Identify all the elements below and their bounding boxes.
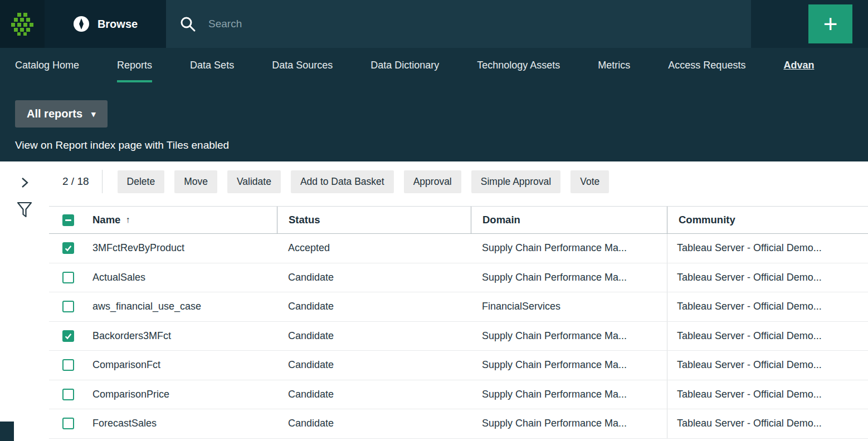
search-input[interactable] xyxy=(208,18,751,30)
row-community: Tableau Server - Official Demo... xyxy=(667,409,868,438)
row-checkbox-cell xyxy=(49,351,85,380)
filter-icon[interactable] xyxy=(17,202,32,219)
all-reports-dropdown[interactable]: All reports ▾ xyxy=(15,100,108,128)
column-header-community[interactable]: Community xyxy=(667,207,868,233)
nav-tab-label: Reports xyxy=(117,60,152,71)
row-domain: Supply Chain Performance Ma... xyxy=(471,263,667,292)
row-domain: Supply Chain Performance Ma... xyxy=(471,322,667,351)
main-area: 2 / 18 DeleteMoveValidateAdd to Data Bas… xyxy=(0,161,868,441)
add-asset-button[interactable]: + xyxy=(808,4,852,43)
view-description: View on Report index page with Tiles ena… xyxy=(15,139,868,151)
nav-tab-label: Data Dictionary xyxy=(370,60,439,71)
table-row[interactable]: ActualSales Candidate Supply Chain Perfo… xyxy=(49,263,868,293)
row-domain: Supply Chain Performance Ma... xyxy=(471,234,667,263)
table-row[interactable]: aws_financial_use_case Candidate Financi… xyxy=(49,292,868,322)
simple-approval-button[interactable]: Simple Approval xyxy=(471,170,560,193)
toolbar-divider xyxy=(102,170,103,193)
app-logo[interactable] xyxy=(0,0,45,48)
row-community: Tableau Server - Official Demo... xyxy=(667,351,868,380)
table-row[interactable]: ComparisonPrice Candidate Supply Chain P… xyxy=(49,380,868,410)
left-sidebar xyxy=(0,161,49,441)
nav-tab-data-dictionary[interactable]: Data Dictionary xyxy=(352,48,458,82)
row-name[interactable]: ComparisonPrice xyxy=(85,380,277,409)
row-checkbox[interactable] xyxy=(62,330,74,342)
row-checkbox-cell xyxy=(49,380,85,409)
nav-tab-catalog-home[interactable]: Catalog Home xyxy=(15,48,98,82)
move-button[interactable]: Move xyxy=(174,170,217,193)
toolbar-buttons: DeleteMoveValidateAdd to Data BasketAppr… xyxy=(118,170,620,193)
nav-tab-data-sets[interactable]: Data Sets xyxy=(171,48,253,82)
row-status: Candidate xyxy=(277,380,471,409)
select-all-checkbox[interactable] xyxy=(62,214,74,226)
delete-button[interactable]: Delete xyxy=(118,170,165,193)
table-row[interactable]: ComparisonFct Candidate Supply Chain Per… xyxy=(49,351,868,380)
row-domain: Supply Chain Performance Ma... xyxy=(471,380,667,409)
row-domain: FinancialServices xyxy=(471,292,667,321)
row-checkbox[interactable] xyxy=(62,272,74,283)
row-domain: Supply Chain Performance Ma... xyxy=(471,409,667,438)
nav-tab-reports[interactable]: Reports xyxy=(98,48,171,82)
table-row[interactable]: ForecastSales Candidate Supply Chain Per… xyxy=(49,409,868,439)
row-name[interactable]: ForecastSales xyxy=(85,409,277,438)
expand-panel-chevron-icon[interactable] xyxy=(18,176,31,189)
nav-tabs: Catalog Home Reports Data Sets Data Sour… xyxy=(0,48,868,82)
scope-label: All reports xyxy=(27,107,82,120)
nav-tab-label: Advan xyxy=(783,60,814,71)
row-status: Candidate xyxy=(277,263,471,292)
row-checkbox[interactable] xyxy=(62,418,74,429)
row-checkbox-cell xyxy=(49,322,85,351)
column-header-name[interactable]: Name ↑ xyxy=(85,207,277,233)
nav-tab-label: Access Requests xyxy=(668,60,745,71)
column-header-status[interactable]: Status xyxy=(277,207,471,233)
header-checkbox-cell xyxy=(49,207,85,233)
row-status: Candidate xyxy=(277,409,471,438)
nav-tab-label: Catalog Home xyxy=(15,60,79,71)
nav-tab-label: Data Sets xyxy=(190,60,234,71)
row-checkbox-cell xyxy=(49,234,85,263)
nav-tab-advan[interactable]: Advan xyxy=(764,48,833,82)
row-domain: Supply Chain Performance Ma... xyxy=(471,351,667,380)
add-to-data-basket-button[interactable]: Add to Data Basket xyxy=(291,170,394,193)
nav-tab-label: Metrics xyxy=(598,60,630,71)
row-status: Candidate xyxy=(277,351,471,380)
row-name[interactable]: ComparisonFct xyxy=(85,351,277,380)
row-checkbox[interactable] xyxy=(62,301,74,312)
nav-tab-technology-assets[interactable]: Technology Assets xyxy=(458,48,579,82)
row-checkbox[interactable] xyxy=(62,389,74,400)
nav-tab-label: Data Sources xyxy=(272,60,333,71)
column-header-domain[interactable]: Domain xyxy=(471,207,667,233)
row-status: Accepted xyxy=(277,234,471,263)
compass-icon xyxy=(73,16,90,32)
topbar: Browse + xyxy=(0,0,868,48)
nav-tab-data-sources[interactable]: Data Sources xyxy=(253,48,352,82)
table-header: Name ↑ Status Domain Community xyxy=(49,206,868,234)
search-icon xyxy=(179,16,196,32)
subheader: All reports ▾ View on Report index page … xyxy=(0,82,868,161)
search-bar[interactable] xyxy=(166,0,751,48)
row-name[interactable]: Backorders3MFct xyxy=(85,322,277,351)
row-community: Tableau Server - Official Demo... xyxy=(667,234,868,263)
row-community: Tableau Server - Official Demo... xyxy=(667,263,868,292)
plus-icon: + xyxy=(823,12,838,36)
row-checkbox-cell xyxy=(49,263,85,292)
approval-button[interactable]: Approval xyxy=(404,170,461,193)
table-row[interactable]: Backorders3MFct Candidate Supply Chain P… xyxy=(49,322,868,351)
vote-button[interactable]: Vote xyxy=(570,170,609,193)
selection-count: 2 / 18 xyxy=(62,175,89,188)
checkmark-icon xyxy=(64,244,72,252)
row-name[interactable]: ActualSales xyxy=(85,263,277,292)
row-name[interactable]: 3MFctRevByProduct xyxy=(85,234,277,263)
browse-button[interactable]: Browse xyxy=(45,0,166,48)
row-community: Tableau Server - Official Demo... xyxy=(667,292,868,321)
row-checkbox[interactable] xyxy=(62,359,74,371)
nav-tab-label: Technology Assets xyxy=(477,60,560,71)
row-checkbox[interactable] xyxy=(62,242,74,254)
nav-tab-access-requests[interactable]: Access Requests xyxy=(649,48,764,82)
validate-button[interactable]: Validate xyxy=(227,170,281,193)
sort-ascending-icon: ↑ xyxy=(125,215,130,225)
row-checkbox-cell xyxy=(49,292,85,321)
row-name[interactable]: aws_financial_use_case xyxy=(85,292,277,321)
browse-label: Browse xyxy=(97,18,138,31)
nav-tab-metrics[interactable]: Metrics xyxy=(579,48,649,82)
table-row[interactable]: 3MFctRevByProduct Accepted Supply Chain … xyxy=(49,234,868,263)
